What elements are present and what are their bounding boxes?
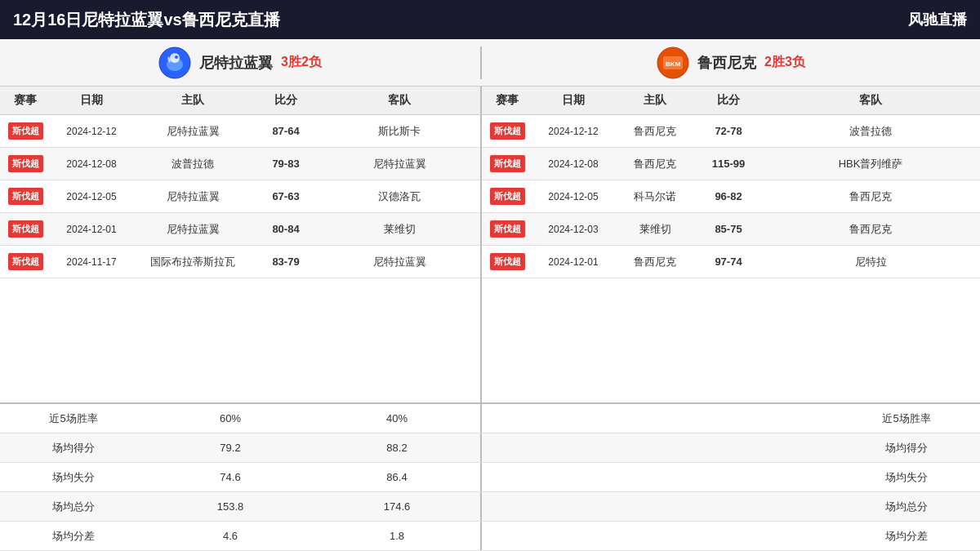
event-badge: 斯伐超 <box>490 188 525 205</box>
left-col-event: 赛事 <box>0 93 51 108</box>
svg-point-2 <box>170 53 180 63</box>
right-col-away: 客队 <box>761 93 980 108</box>
right-table-row: 斯伐超2024-12-08鲁西尼克115-99HBK普列维萨 <box>482 148 980 180</box>
stat-label-right: 近5场胜率 <box>833 411 980 426</box>
stat-row: 场均总分153.8174.6场均总分 <box>0 492 980 522</box>
home-cell: 尼特拉蓝翼 <box>132 189 253 204</box>
date-cell: 2024-12-01 <box>532 256 614 268</box>
stat-value-right: 88.2 <box>314 442 480 454</box>
right-col-score: 比分 <box>696 93 761 108</box>
stat-label-right: 场均失分 <box>833 470 980 485</box>
stat-label-right: 场均得分 <box>833 441 980 455</box>
away-cell: 尼特拉蓝翼 <box>318 157 480 171</box>
date-cell: 2024-12-08 <box>532 158 614 170</box>
right-col-home: 主队 <box>614 93 696 108</box>
away-cell: HBK普列维萨 <box>761 157 980 171</box>
event-badge: 斯伐超 <box>8 122 43 140</box>
away-cell: 莱维切 <box>318 222 480 237</box>
left-stat-side: 近5场胜率60%40% <box>0 404 482 433</box>
column-headers: 赛事 日期 主队 比分 客队 赛事 日期 主队 比分 客队 <box>0 87 980 115</box>
score-cell: 67-63 <box>253 190 318 202</box>
left-team-header: 尼特拉蓝翼 3胜2负 <box>0 47 482 79</box>
date-cell: 2024-12-01 <box>51 224 132 235</box>
event-badge: 斯伐超 <box>490 220 525 238</box>
right-stat-side: 场均分差 <box>482 522 980 550</box>
home-cell: 尼特拉蓝翼 <box>132 124 253 139</box>
home-cell: 科马尔诺 <box>614 189 696 204</box>
away-cell: 鲁西尼克 <box>761 189 980 204</box>
right-stat-side: 近5场胜率 <box>482 404 980 433</box>
right-team-name: 鲁西尼克 <box>697 53 756 73</box>
left-team-logo <box>158 47 191 79</box>
left-team-record: 3胜2负 <box>281 54 322 71</box>
event-badge: 斯伐超 <box>8 220 43 238</box>
right-table-row: 斯伐超2024-12-03莱维切85-75鲁西尼克 <box>482 213 980 246</box>
left-col-away: 客队 <box>318 93 480 108</box>
stat-row: 场均分差4.61.8场均分差 <box>0 522 980 551</box>
page-wrapper: 12月16日尼特拉蓝翼vs鲁西尼克直播 风驰直播 尼特拉蓝翼 3胜2负 <box>0 0 980 551</box>
right-col-headers: 赛事 日期 主队 比分 客队 <box>482 87 980 114</box>
stat-value-right: 1.8 <box>314 530 480 542</box>
right-table: 斯伐超2024-12-12鲁西尼克72-78波普拉德斯伐超2024-12-08鲁… <box>482 115 980 402</box>
date-cell: 2024-12-12 <box>51 126 132 137</box>
date-cell: 2024-12-05 <box>51 191 132 202</box>
event-badge: 斯伐超 <box>8 155 43 172</box>
page-title: 12月16日尼特拉蓝翼vs鲁西尼克直播 <box>13 9 280 31</box>
stat-label-right: 场均分差 <box>833 529 980 544</box>
stat-value-right: 174.6 <box>314 500 480 513</box>
score-cell: 97-74 <box>696 256 761 268</box>
left-col-score: 比分 <box>253 93 318 108</box>
left-table: 斯伐超2024-12-12尼特拉蓝翼87-64斯比斯卡斯伐超2024-12-08… <box>0 115 482 402</box>
event-badge: 斯伐超 <box>8 188 43 205</box>
score-cell: 79-83 <box>253 158 318 170</box>
score-cell: 72-78 <box>696 125 761 137</box>
home-cell: 鲁西尼克 <box>614 255 696 269</box>
stat-label-left: 场均失分 <box>0 470 147 485</box>
stat-value-left: 79.2 <box>147 442 314 454</box>
left-table-row: 斯伐超2024-12-08波普拉德79-83尼特拉蓝翼 <box>0 148 480 180</box>
brand-label: 风驰直播 <box>908 10 967 29</box>
stat-value-right: 86.4 <box>314 471 480 483</box>
event-badge: 斯伐超 <box>490 155 525 172</box>
stat-value-left: 60% <box>147 412 314 424</box>
full-layout: 尼特拉蓝翼 3胜2负 BKM 鲁西尼克 2胜3负 赛事 日期 主队 <box>0 39 980 551</box>
stat-value-left: 74.6 <box>147 471 314 483</box>
date-cell: 2024-12-05 <box>532 191 614 202</box>
home-cell: 国际布拉蒂斯拉瓦 <box>132 255 253 269</box>
left-table-row: 斯伐超2024-12-01尼特拉蓝翼80-84莱维切 <box>0 213 480 246</box>
home-cell: 鲁西尼克 <box>614 124 696 139</box>
left-stat-side: 场均失分74.686.4 <box>0 463 482 491</box>
right-col-event: 赛事 <box>482 93 532 108</box>
right-team-record: 2胜3负 <box>764 54 805 71</box>
left-col-headers: 赛事 日期 主队 比分 客队 <box>0 87 482 114</box>
left-stat-side: 场均总分153.8174.6 <box>0 492 482 521</box>
tables-area: 斯伐超2024-12-12尼特拉蓝翼87-64斯比斯卡斯伐超2024-12-08… <box>0 115 980 402</box>
stat-label-left: 场均分差 <box>0 529 147 544</box>
stat-label-right: 场均总分 <box>833 500 980 514</box>
right-team-logo: BKM <box>657 47 689 79</box>
stat-label-left: 场均得分 <box>0 441 147 455</box>
left-col-date: 日期 <box>51 93 132 108</box>
score-cell: 115-99 <box>696 158 761 170</box>
right-team-header: BKM 鲁西尼克 2胜3负 <box>482 47 980 79</box>
away-cell: 尼特拉 <box>761 255 980 269</box>
score-cell: 80-84 <box>253 223 318 235</box>
away-cell: 鲁西尼克 <box>761 222 980 237</box>
stat-row: 场均得分79.288.2场均得分 <box>0 433 980 463</box>
event-badge: 斯伐超 <box>490 253 525 270</box>
left-table-row: 斯伐超2024-11-17国际布拉蒂斯拉瓦83-79尼特拉蓝翼 <box>0 246 480 278</box>
right-table-row: 斯伐超2024-12-05科马尔诺96-82鲁西尼克 <box>482 180 980 213</box>
stat-row: 场均失分74.686.4场均失分 <box>0 463 980 492</box>
stat-row: 近5场胜率60%40%近5场胜率 <box>0 404 980 433</box>
stat-label-left: 近5场胜率 <box>0 411 147 426</box>
stat-value-right: 40% <box>314 412 480 424</box>
right-stat-side: 场均失分 <box>482 463 980 491</box>
right-table-row: 斯伐超2024-12-12鲁西尼克72-78波普拉德 <box>482 115 980 148</box>
stat-label-left: 场均总分 <box>0 500 147 514</box>
away-cell: 汉德洛瓦 <box>318 189 480 204</box>
away-cell: 斯比斯卡 <box>318 124 480 139</box>
date-cell: 2024-12-08 <box>51 158 132 170</box>
score-cell: 85-75 <box>696 223 761 235</box>
left-team-name: 尼特拉蓝翼 <box>199 53 273 73</box>
date-cell: 2024-12-03 <box>532 224 614 235</box>
